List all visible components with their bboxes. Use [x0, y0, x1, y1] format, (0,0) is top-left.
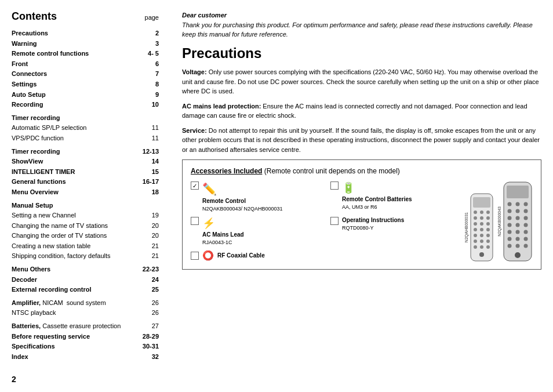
- precaution-paragraph: Voltage: Only use power sources complyin…: [182, 67, 541, 96]
- toc-row: General functions16-17: [12, 177, 159, 187]
- toc-row: Menu Others22-23: [12, 264, 159, 275]
- svg-point-14: [474, 234, 477, 237]
- accessories-main-grid: ✏️ Remote Control N2QAKB000043/ N2QAHB00…: [191, 181, 459, 246]
- toc-label: Creating a new station table: [12, 241, 141, 252]
- toc-label: Index: [12, 352, 141, 362]
- acc-item-batteries: 🔋 Remote Control Batteries AA, UM3 or R6: [330, 181, 459, 213]
- toc-label: Shipping condition, factory defaults: [12, 251, 141, 262]
- svg-point-37: [524, 223, 528, 227]
- precaution-paragraph: Service: Do not attempt to repair this u…: [182, 126, 541, 155]
- svg-point-10: [486, 222, 490, 226]
- svg-point-45: [516, 244, 520, 248]
- page-number: 2: [12, 375, 16, 384]
- toc-label: Auto Setup: [12, 90, 141, 100]
- pen-icon: ✏️: [202, 183, 217, 195]
- toc-page: 26: [141, 298, 159, 308]
- toc-page: 18: [141, 187, 159, 198]
- remote-control-name: Remote Control: [202, 197, 283, 205]
- acc-item-remote-control: ✏️ Remote Control N2QAKB000043/ N2QAHB00…: [191, 181, 319, 213]
- svg-point-35: [508, 223, 512, 227]
- svg-point-16: [486, 234, 490, 237]
- svg-point-6: [480, 216, 483, 220]
- toc-label: Menu Others: [12, 264, 141, 275]
- toc-page: 11: [141, 123, 159, 133]
- acc-item-rf-cable: ⭕ RF Coaxial Cable: [191, 250, 459, 261]
- toc-page: 7: [141, 69, 159, 79]
- svg-point-32: [508, 216, 512, 220]
- toc-label: Precautions: [12, 28, 141, 39]
- cable-icon: ⚡: [202, 217, 215, 229]
- toc-page: 10: [141, 100, 159, 110]
- toc-list: Precautions2Warning3Remote control funct…: [12, 28, 159, 362]
- accessories-box: Accessories Included (Remote control uni…: [182, 159, 541, 270]
- toc-row: Changing the name of TV stations20: [12, 221, 159, 231]
- toc-row: Auto Setup9: [12, 90, 159, 100]
- svg-point-26: [508, 202, 512, 206]
- batteries-model: AA, UM3 or R6: [342, 204, 412, 211]
- mains-lead-info: ⚡ AC Mains Lead RJA0043-1C: [202, 216, 244, 246]
- toc-page: 6: [141, 59, 159, 70]
- svg-point-19: [486, 239, 490, 243]
- toc-page: 2: [141, 28, 159, 39]
- toc-page: 14: [141, 157, 159, 167]
- section-title: Precautions: [182, 45, 541, 62]
- mains-lead-checkbox: [191, 217, 199, 225]
- instructions-info: Operating Instructions RQTD0080-Y: [342, 216, 404, 232]
- mains-lead-model: RJA0043-1C: [202, 239, 244, 246]
- toc-row: Before requesting service28-29: [12, 332, 159, 342]
- remote-control-checkbox: [191, 182, 199, 190]
- toc-row: Decoder24: [12, 275, 159, 285]
- toc-row: VPS/PDC function11: [12, 133, 159, 144]
- toc-row: Front6: [12, 59, 159, 70]
- accessories-header: Accessories Included (Remote control uni…: [191, 167, 533, 175]
- svg-point-36: [516, 223, 520, 227]
- svg-point-39: [516, 230, 520, 234]
- svg-point-42: [516, 237, 520, 241]
- toc-label: Settings: [12, 79, 141, 90]
- svg-point-47: [515, 252, 521, 258]
- instructions-model: RQTD0080-Y: [342, 224, 404, 232]
- svg-point-29: [508, 209, 512, 213]
- remote-2-container: N2QAKB000043: [497, 181, 533, 262]
- svg-point-21: [480, 245, 483, 249]
- toc-label: Menu Overview: [12, 187, 141, 198]
- toc-row: Amplifier, NICAM sound system26: [12, 298, 159, 308]
- svg-point-44: [508, 244, 512, 248]
- toc-row: Remote control functions4- 5: [12, 49, 159, 59]
- toc-row: External recording control25: [12, 285, 159, 295]
- instructions-checkbox: [330, 217, 339, 225]
- toc-label: Warning: [12, 39, 141, 49]
- toc-row: Timer recording12-13: [12, 147, 159, 157]
- toc-row: Index32: [12, 352, 159, 362]
- accessories-title: Accessories Included: [191, 167, 262, 175]
- svg-point-34: [524, 216, 528, 220]
- toc-label: Decoder: [12, 275, 141, 285]
- dear-customer-text: Thank you for purchasing this product. F…: [182, 21, 533, 38]
- remote-2-svg: [503, 181, 533, 262]
- accessories-subtitle: (Remote control unit depends on the mode…: [264, 167, 400, 175]
- toc-row: NTSC playback26: [12, 308, 159, 318]
- toc-page: 4- 5: [141, 49, 159, 59]
- toc-page: 21: [141, 251, 159, 262]
- toc-label: ShowView: [12, 157, 141, 167]
- toc-label: Setting a new Channel: [12, 210, 141, 221]
- svg-point-17: [474, 239, 477, 243]
- toc-label: External recording control: [12, 285, 141, 295]
- toc-page: 8: [141, 79, 159, 90]
- toc-row: Batteries, Cassette erasure protection27: [12, 321, 159, 332]
- toc-page: 9: [141, 90, 159, 100]
- svg-point-7: [486, 216, 490, 220]
- toc-row: Precautions2: [12, 28, 159, 39]
- toc-page: 19: [141, 210, 159, 221]
- svg-point-27: [516, 202, 520, 206]
- toc-label: Recording: [12, 100, 141, 110]
- toc-page: 16-17: [141, 177, 159, 187]
- toc-label: NTSC playback: [12, 308, 141, 318]
- svg-point-30: [516, 209, 520, 213]
- rf-cable-checkbox: [191, 252, 199, 260]
- term: Voltage:: [182, 68, 207, 75]
- accessories-items-area: ✏️ Remote Control N2QAKB000043/ N2QAHB00…: [191, 181, 459, 260]
- rf-cable-info: RF Coaxial Cable: [217, 252, 265, 259]
- toc-page: 27: [141, 321, 159, 332]
- acc-item-instructions: Operating Instructions RQTD0080-Y: [330, 216, 459, 246]
